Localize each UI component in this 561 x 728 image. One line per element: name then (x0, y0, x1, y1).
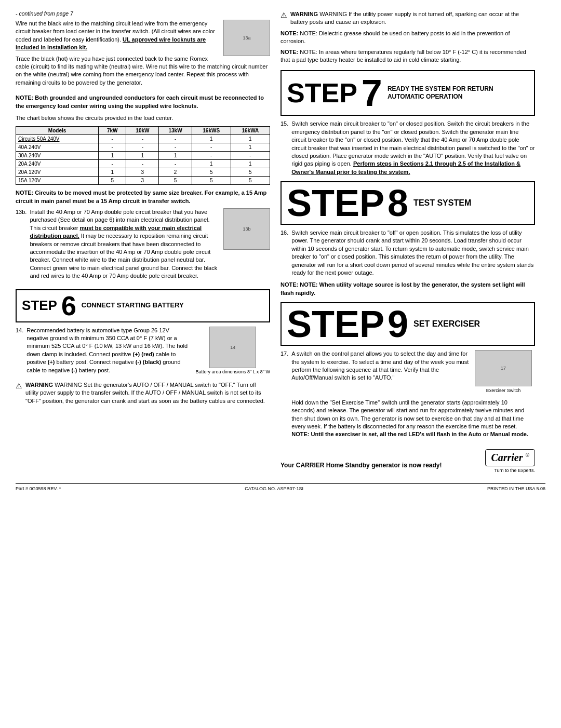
page-container: - continued from page 7 13a Wire nut the… (16, 10, 545, 473)
carrier-logo-text: Carrier (491, 452, 523, 463)
item-17-text: 17 Exerciser Switch A switch on the cont… (291, 350, 532, 439)
circuit-table-cell-2-2: 1 (126, 152, 159, 160)
warning-utility-icon: ⚠ (280, 10, 287, 26)
warning-auto: ⚠ WARNING WARNING Set the generator's AU… (16, 381, 270, 405)
carrier-headline: Your CARRIER Home Standby generator is n… (280, 461, 442, 470)
item-13b: 13b. Install the 40 Amp or 70 Amp double… (16, 208, 219, 280)
step-7-num: 7 (362, 74, 382, 112)
image-13b-container: 13b (223, 208, 270, 250)
image-13a: 13a (223, 20, 270, 56)
step-9-title: SET EXERCISER (413, 319, 480, 329)
footer-printed: PRINTED IN THE USA 5.06 (487, 486, 545, 491)
item-17-num: 17. (280, 350, 288, 439)
trace-text: Trace the black (hot) wire you have just… (16, 55, 270, 87)
warning-utility-text: WARNING WARNING If the utility power sup… (290, 10, 535, 26)
circuit-table: Models 7kW 10kW 13kW 16kWS 16kWA Circuit… (16, 126, 270, 185)
note-utility-voltage: NOTE: NOTE: When utility voltage source … (280, 281, 535, 297)
image-13a-container: 13a (223, 20, 270, 56)
circuit-table-cell-5-2: 3 (126, 177, 159, 185)
note-dielectric: NOTE: NOTE: Dielectric grease should be … (280, 30, 535, 46)
exerciser-switch-container: 17 Exerciser Switch (475, 350, 532, 394)
circuit-table-cell-0-0: Circuits 50A 240V (16, 135, 99, 143)
intro-section: 13a Wire nut the black wire to the match… (16, 20, 270, 90)
col-7kw: 7kW (99, 127, 126, 135)
step-6-header: STEP 6 CONNECT STARTING BATTERY (16, 289, 270, 322)
note-temperatures: NOTE: NOTE: In areas where temperatures … (280, 48, 535, 64)
circuit-table-cell-1-5: 1 (231, 143, 270, 152)
circuit-table-cell-2-1: 1 (99, 152, 126, 160)
circuit-table-cell-4-3: 2 (159, 168, 192, 177)
step-8-num: 8 (388, 184, 408, 222)
item-15-num: 15. (280, 120, 288, 176)
circuit-table-cell-3-3: - (159, 160, 192, 168)
circuit-table-cell-0-5: 1 (231, 135, 270, 143)
image-14-container: 14 Battery area dimensions 8" L x 8" W (195, 327, 270, 374)
step-9-word: STEP (287, 305, 384, 343)
exerciser-caption: Exerciser Switch (475, 387, 532, 394)
col-13kw: 13kW (159, 127, 192, 135)
circuit-table-cell-3-2: - (126, 160, 159, 168)
carrier-logo: Carrier ® (485, 449, 535, 466)
page-footer: Part # 0G0598 REV. * CATALOG NO. ASPB07-… (16, 483, 545, 491)
circuit-table-cell-0-1: - (99, 135, 126, 143)
step-7-word: STEP (287, 79, 357, 106)
item-16-num: 16. (280, 229, 288, 277)
circuit-table-cell-5-3: 5 (159, 177, 192, 185)
step-8-header: STEP 8 TEST SYSTEM (280, 181, 535, 225)
circuit-table-cell-4-0: 20A 120V (16, 168, 99, 177)
item-13b-section: 13b 13b. Install the 40 Amp or 70 Amp do… (16, 208, 270, 283)
step-6-title: CONNECT STARTING BATTERY (82, 301, 184, 310)
circuit-table-cell-3-5: 1 (231, 160, 270, 168)
step-9-header: STEP 9 SET EXERCISER (280, 302, 535, 346)
carrier-section: Your CARRIER Home Standby generator is n… (280, 444, 535, 473)
image-14: 14 (209, 327, 256, 368)
item-17: 17. 17 Exerciser Switch A switch on the … (280, 350, 535, 439)
circuit-table-cell-1-4: - (192, 143, 231, 152)
circuit-table-cell-3-1: - (99, 160, 126, 168)
col-models: Models (16, 127, 99, 135)
circuit-table-cell-1-3: - (159, 143, 192, 152)
circuit-table-cell-5-1: 5 (99, 177, 126, 185)
continued-from: - continued from page 7 (16, 10, 270, 17)
item-17-text-part2: Hold down the "Set Exercise Time" switch… (291, 399, 532, 439)
step-8-word: STEP (287, 184, 384, 222)
image-13b: 13b (223, 208, 270, 250)
image-14-with-caption: 14 Battery area dimensions 8" L x 8" W (195, 327, 270, 374)
step-7-title: READY THE SYSTEM FOR RETURN AUTOMATIC OP… (388, 85, 529, 101)
circuit-table-cell-4-2: 3 (126, 168, 159, 177)
item-16-text: Switch service main circuit breaker to "… (291, 229, 535, 277)
warning-auto-text: WARNING WARNING Set the generator's AUTO… (25, 381, 270, 405)
right-column: ⚠ WARNING WARNING If the utility power s… (280, 10, 535, 473)
carrier-tagline: Turn to the Experts. (494, 468, 535, 473)
item-13b-num: 13b. (16, 208, 26, 280)
col-16kwa: 16kWA (231, 127, 270, 135)
circuit-table-cell-4-4: 5 (192, 168, 231, 177)
circuit-table-cell-0-4: 1 (192, 135, 231, 143)
circuit-table-cell-2-3: 1 (159, 152, 192, 160)
item-17-top: 17 Exerciser Switch A switch on the cont… (291, 350, 532, 396)
circuit-table-cell-4-5: 5 (231, 168, 270, 177)
circuit-table-cell-5-0: 15A 120V (16, 177, 99, 185)
item-14-text: Recommended battery is automotive type G… (26, 327, 191, 374)
note-grounded: NOTE: Both grounded and ungrounded condu… (16, 94, 270, 110)
circuit-table-cell-3-4: 1 (192, 160, 231, 168)
circuit-table-cell-2-4: - (192, 152, 231, 160)
circuit-table-cell-5-4: 5 (192, 177, 231, 185)
exerciser-switch-image: 17 (475, 350, 532, 386)
footer-catalog: CATALOG NO. ASPB07-1SI (245, 486, 303, 491)
item-14-section: 14 Battery area dimensions 8" L x 8" W 1… (16, 327, 270, 377)
step-8-title: TEST SYSTEM (413, 198, 471, 208)
note-grounded-section: NOTE: Both grounded and ungrounded condu… (16, 94, 270, 110)
col-10kw: 10kW (126, 127, 159, 135)
carrier-logo-section: Carrier ® Turn to the Experts. (485, 449, 535, 473)
warning-utility: ⚠ WARNING WARNING If the utility power s… (280, 10, 535, 26)
circuit-table-cell-2-5: - (231, 152, 270, 160)
circuit-table-cell-1-0: 40A 240V (16, 143, 99, 152)
note-circuits: NOTE: Circuits to be moved must be prote… (16, 189, 270, 205)
left-column: - continued from page 7 13a Wire nut the… (16, 10, 270, 473)
battery-caption: Battery area dimensions 8" L x 8" W (195, 369, 270, 374)
item-15: 15. Switch service main circuit breaker … (280, 120, 535, 176)
circuit-table-cell-1-2: - (126, 143, 159, 152)
item-17-text-part1: A switch on the control panel allows you… (291, 350, 469, 381)
item-14-num: 14. (16, 327, 23, 374)
